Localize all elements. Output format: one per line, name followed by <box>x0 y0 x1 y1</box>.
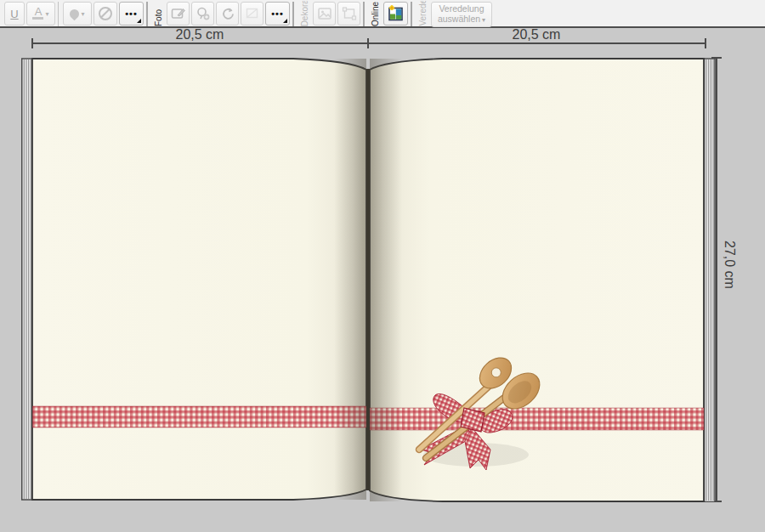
online-photo-button[interactable] <box>383 2 408 25</box>
rotate-photo-button[interactable] <box>216 2 239 25</box>
left-page[interactable] <box>32 59 366 500</box>
no-fill-icon <box>99 7 112 20</box>
veredelung-group-label: Veredelung <box>416 1 429 27</box>
chevron-down-icon: ▾ <box>482 16 485 24</box>
rotate-photo-icon <box>220 6 235 21</box>
more-icon: ••• <box>125 8 138 19</box>
deco-frame-button[interactable] <box>337 2 360 25</box>
left-page-width-label: 20,5 cm <box>140 27 259 42</box>
measure-tick <box>367 38 369 48</box>
online-group-label: Online <box>369 1 382 27</box>
dekor-group-label: Dekoration <box>298 1 311 27</box>
book-spread <box>21 57 716 502</box>
right-width-measure-line <box>368 42 706 44</box>
add-photo-icon <box>196 6 211 21</box>
corner-triangle-icon <box>283 19 287 23</box>
more-text-options-button[interactable]: ••• <box>119 2 144 25</box>
spine-shadow-right <box>370 59 402 501</box>
more-photo-options-button[interactable]: ••• <box>265 2 290 25</box>
more-icon: ••• <box>271 8 284 19</box>
group-separator <box>411 2 412 26</box>
chevron-down-icon: ▾ <box>81 10 84 18</box>
underline-icon: U <box>10 8 18 20</box>
deco-image-icon <box>317 6 332 21</box>
group-separator <box>146 2 148 26</box>
veredelung-button-line1: Veredelung <box>439 3 484 14</box>
edit-photo-icon <box>171 6 186 21</box>
group-separator <box>292 2 294 26</box>
no-fill-button[interactable] <box>94 2 117 25</box>
spine-shadow-left <box>334 59 366 500</box>
measure-tick <box>705 38 706 48</box>
add-photo-button[interactable] <box>191 2 214 25</box>
app-window: U A ▾ ▾ ••• Foto <box>0 0 765 532</box>
photo-frame-button[interactable] <box>241 2 264 25</box>
font-color-button[interactable]: A ▾ <box>26 2 55 25</box>
height-measure-line <box>716 58 717 502</box>
photo-frame-icon <box>245 6 260 21</box>
fill-color-icon <box>68 7 82 20</box>
edit-photo-button[interactable] <box>167 2 190 25</box>
group-separator <box>363 2 365 26</box>
foto-group-label: Foto <box>152 1 165 27</box>
right-page-width-label: 20,5 cm <box>477 27 596 42</box>
deco-frame-icon <box>342 6 357 21</box>
font-color-icon: A <box>32 8 43 20</box>
veredelung-select-button[interactable]: Veredelung auswählen▾ <box>431 2 492 27</box>
deco-image-button[interactable] <box>313 2 336 25</box>
book-spine <box>366 69 370 490</box>
page-height-label: 27,0 cm <box>722 241 737 289</box>
right-page[interactable] <box>370 59 704 501</box>
fill-color-button[interactable]: ▾ <box>63 2 92 25</box>
online-photo-icon <box>387 5 405 23</box>
underline-button[interactable]: U <box>4 2 25 25</box>
veredelung-button-line2: auswählen <box>438 14 480 24</box>
chevron-down-icon: ▾ <box>45 10 48 18</box>
measure-tick <box>31 38 33 48</box>
corner-triangle-icon <box>137 19 141 23</box>
separator <box>58 2 59 26</box>
toolbar: U A ▾ ▾ ••• Foto <box>0 0 765 28</box>
left-page-stack-edge <box>22 59 33 500</box>
left-width-measure-line <box>32 42 368 44</box>
right-page-stack-edge <box>705 59 716 502</box>
